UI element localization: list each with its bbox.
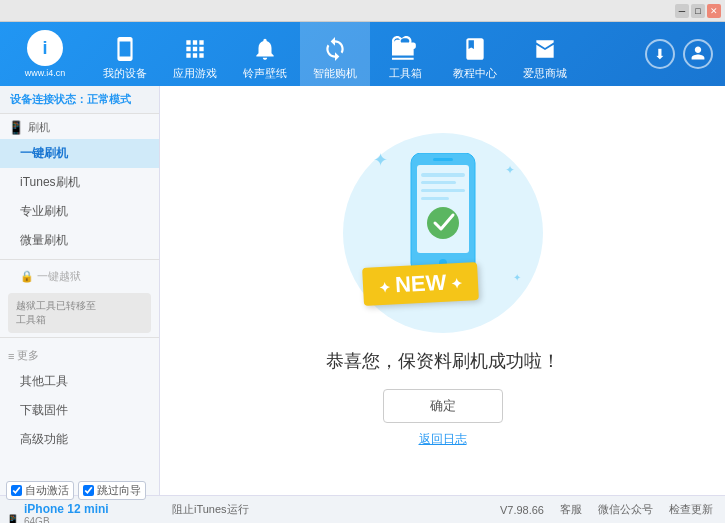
more-section-title: ≡ 更多: [0, 342, 159, 367]
svg-rect-3: [433, 158, 453, 161]
title-bar: ─ □ ✕: [0, 0, 725, 22]
logo-area: i www.i4.cn: [0, 30, 90, 78]
sidebar-jailbreak-label: 🔒 一键越狱: [0, 264, 159, 289]
flash-section-label: 刷机: [28, 120, 50, 135]
account-button[interactable]: [683, 39, 713, 69]
flash-section-title: 📱 刷机: [0, 114, 159, 139]
success-text: 恭喜您，保资料刷机成功啦！: [326, 349, 560, 373]
logo-icon: i: [27, 30, 63, 66]
phone-illustration: ✦ ✦ ✦: [343, 133, 543, 333]
content-area: ✦ ✦ ✦: [160, 86, 725, 495]
sidebar-jailbreak-note: 越狱工具已转移至工具箱: [8, 293, 151, 333]
header-right: ⬇: [645, 39, 725, 69]
nav-wallpaper-label: 铃声壁纸: [243, 66, 287, 81]
sidebar-item-download-firmware[interactable]: 下载固件: [0, 396, 159, 425]
pass-wizard-checkbox[interactable]: 跳过向导: [78, 481, 146, 500]
auto-dismiss-checkbox[interactable]: 自动激活: [6, 481, 74, 500]
nav-tools-label: 工具箱: [389, 66, 422, 81]
sparkle-icon-2: ✦: [505, 163, 515, 177]
sidebar-item-advanced[interactable]: 高级功能: [0, 425, 159, 454]
lock-icon: 🔒: [20, 270, 34, 282]
pass-wizard-input[interactable]: [83, 485, 94, 496]
nav-apps[interactable]: 应用游戏: [160, 22, 230, 86]
sidebar-item-pro-flash[interactable]: 专业刷机: [0, 197, 159, 226]
toolbox-icon: [391, 35, 419, 63]
svg-point-8: [427, 207, 459, 239]
flash-icon: 📱: [8, 120, 24, 135]
nav-store-label: 爱思商城: [523, 66, 567, 81]
nav-smart-shop[interactable]: 智能购机: [300, 22, 370, 86]
sidebar-item-one-click-flash[interactable]: 一键刷机: [0, 139, 159, 168]
sidebar-item-mini-flash[interactable]: 微量刷机: [0, 226, 159, 255]
minimize-button[interactable]: ─: [675, 4, 689, 18]
sidebar-item-other-tools[interactable]: 其他工具: [0, 367, 159, 396]
device-storage: 64GB: [24, 516, 109, 523]
bottom-status-bar: 阻止iTunes运行 V7.98.66 客服 微信公众号 检查更新: [160, 502, 725, 517]
nav-tutorial-label: 教程中心: [453, 66, 497, 81]
device-details: iPhone 12 mini 64GB Down-12mini-13.1: [24, 502, 109, 523]
nav-my-device-label: 我的设备: [103, 66, 147, 81]
nav-smart-shop-label: 智能购机: [313, 66, 357, 81]
refresh-icon: [321, 35, 349, 63]
sidebar-item-itunes-flash[interactable]: iTunes刷机: [0, 168, 159, 197]
main-layout: 设备连接状态：正常模式 📱 刷机 一键刷机 iTunes刷机 专业刷机 微量刷机…: [0, 86, 725, 495]
device-info: 📱 iPhone 12 mini 64GB Down-12mini-13.1: [6, 502, 154, 523]
sidebar: 设备连接状态：正常模式 📱 刷机 一键刷机 iTunes刷机 专业刷机 微量刷机…: [0, 86, 160, 495]
svg-rect-6: [421, 189, 465, 192]
nav-tutorial[interactable]: 教程中心: [440, 22, 510, 86]
nav-store[interactable]: 爱思商城: [510, 22, 580, 86]
nav-tools[interactable]: 工具箱: [370, 22, 440, 86]
version-label: V7.98.66: [500, 504, 544, 516]
status-value: 正常模式: [87, 93, 131, 105]
bottom-status-items: V7.98.66 客服 微信公众号 检查更新: [500, 502, 713, 517]
nav-my-device[interactable]: 我的设备: [90, 22, 160, 86]
apps-icon: [181, 35, 209, 63]
sparkle-icon-1: ✦: [373, 149, 388, 171]
logo-text: www.i4.cn: [25, 68, 66, 78]
svg-rect-4: [421, 173, 465, 177]
account-icon: [690, 45, 706, 64]
download-button[interactable]: ⬇: [645, 39, 675, 69]
sparkle-icon-3: ✦: [513, 272, 521, 283]
service-link[interactable]: 客服: [560, 502, 582, 517]
nav-bar: 我的设备 应用游戏 铃声壁纸 智能购机 工具箱: [90, 22, 645, 86]
sidebar-divider-2: [0, 337, 159, 338]
status-label: 设备连接状态：: [10, 93, 87, 105]
bottom-bar: 自动激活 跳过向导 📱 iPhone 12 mini 64GB Down-12m…: [0, 495, 725, 523]
nav-apps-label: 应用游戏: [173, 66, 217, 81]
confirm-button[interactable]: 确定: [383, 389, 503, 423]
svg-rect-5: [421, 181, 456, 184]
maximize-button[interactable]: □: [691, 4, 705, 18]
itunes-control: 阻止iTunes运行: [172, 502, 249, 517]
sidebar-divider-1: [0, 259, 159, 260]
nav-wallpaper[interactable]: 铃声壁纸: [230, 22, 300, 86]
download-icon: ⬇: [654, 46, 666, 62]
itunes-label: 阻止iTunes运行: [172, 503, 249, 515]
phone-icon: [111, 35, 139, 63]
auto-dismiss-input[interactable]: [11, 485, 22, 496]
device-icon: 📱: [6, 514, 20, 524]
bell-icon: [251, 35, 279, 63]
new-badge: NEW: [362, 262, 479, 306]
go-back-link[interactable]: 返回日志: [419, 431, 467, 448]
bottom-left-section: 自动激活 跳过向导 📱 iPhone 12 mini 64GB Down-12m…: [0, 479, 160, 523]
connection-status: 设备连接状态：正常模式: [0, 86, 159, 114]
svg-rect-7: [421, 197, 449, 200]
store-icon: [531, 35, 559, 63]
check-items-row: 自动激活 跳过向导: [6, 481, 154, 500]
update-link[interactable]: 检查更新: [669, 502, 713, 517]
close-button[interactable]: ✕: [707, 4, 721, 18]
book-icon: [461, 35, 489, 63]
wechat-link[interactable]: 微信公众号: [598, 502, 653, 517]
device-name: iPhone 12 mini: [24, 502, 109, 516]
header: i www.i4.cn 我的设备 应用游戏 铃声壁纸 智能购: [0, 22, 725, 86]
